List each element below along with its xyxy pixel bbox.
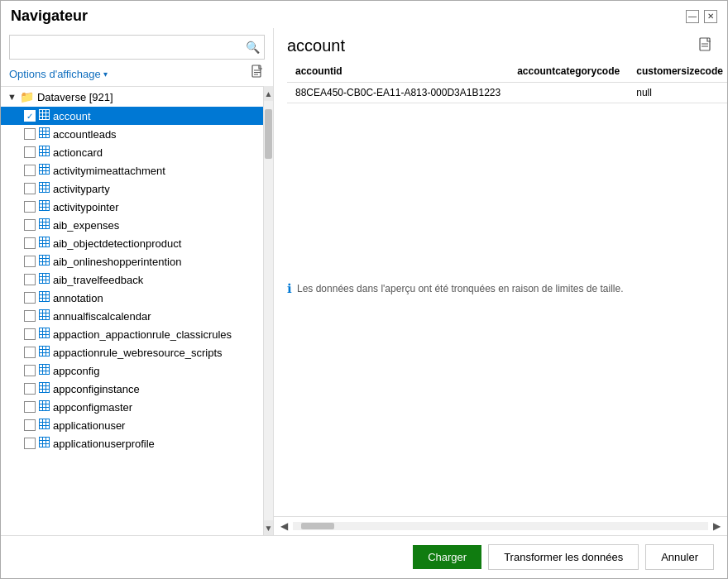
tree-item[interactable]: appconfig [1, 361, 263, 380]
tree-item[interactable]: aib_onlineshopperintention [1, 252, 263, 270]
tree-item-label: appconfig [53, 365, 99, 377]
options-label: Options d'affichage [9, 68, 101, 80]
tree-item[interactable]: annotation [1, 289, 263, 307]
svg-rect-34 [40, 219, 50, 229]
table-icon [39, 273, 50, 286]
search-input[interactable] [10, 38, 241, 57]
tree-item[interactable]: activityparty [1, 179, 263, 198]
tree-item-label: appactionrule_webresource_scripts [53, 347, 223, 359]
svg-rect-49 [40, 274, 50, 284]
tree-item[interactable]: annualfiscalcalendar [1, 307, 263, 325]
load-button[interactable]: Charger [413, 545, 481, 569]
title-bar: Navigateur — ✕ [1, 1, 727, 28]
search-bar: 🔍 [9, 35, 265, 60]
tree-item[interactable]: activitypointer [1, 198, 263, 216]
svg-rect-44 [40, 256, 50, 266]
options-link[interactable]: Options d'affichage ▾ [9, 68, 108, 80]
svg-rect-19 [40, 165, 50, 175]
tree-item[interactable]: activitymimeattachment [1, 161, 263, 179]
window-title: Navigateur [11, 7, 88, 25]
tree-item-checkbox[interactable] [24, 128, 36, 140]
tree-item-checkbox[interactable] [24, 256, 36, 267]
table-icon [39, 400, 50, 414]
tree-item-checkbox[interactable] [24, 237, 36, 249]
export-icon-button[interactable] [251, 65, 265, 83]
main-content: 🔍 Options d'affichage ▾ [1, 28, 727, 535]
tree-item-label: activityparty [53, 183, 110, 195]
tree-item-label: activitymimeattachment [53, 165, 165, 177]
tree-item[interactable]: aib_travelfeedback [1, 270, 263, 289]
tree-item-label: annualfiscalcalendar [53, 310, 151, 323]
svg-rect-59 [40, 310, 50, 320]
tree-item[interactable]: applicationuser [1, 416, 263, 434]
svg-rect-89 [40, 419, 50, 429]
table-cell [509, 83, 628, 103]
tree-items: ✓ account accountleads actioncard activi… [1, 107, 263, 452]
scroll-right-button[interactable]: ▶ [710, 519, 724, 534]
tree-item-checkbox[interactable]: ✓ [24, 110, 36, 122]
scroll-thumb[interactable] [265, 109, 272, 159]
tree-item[interactable]: appconfiginstance [1, 380, 263, 398]
tree-item-checkbox[interactable] [24, 201, 36, 213]
horizontal-scrollbar[interactable]: ◀ ▶ [274, 516, 727, 535]
table-icon [39, 255, 50, 268]
tree-item-label: appconfigmaster [53, 401, 132, 414]
search-icon-button[interactable]: 🔍 [241, 36, 264, 59]
vertical-scrollbar[interactable]: ▲ ▼ [263, 86, 273, 535]
tree-item-checkbox[interactable] [24, 146, 36, 158]
tree-item[interactable]: appactionrule_webresource_scripts [1, 343, 263, 361]
tree-item-checkbox[interactable] [24, 383, 36, 395]
tree-item-checkbox[interactable] [24, 401, 36, 413]
tree-item[interactable]: aib_objectdetectionproduct [1, 234, 263, 252]
tree-item[interactable]: applicationuserprofile [1, 434, 263, 452]
footer: Charger Transformer les données Annuler [1, 535, 727, 578]
tree-root[interactable]: ▼ 📁 Dataverse [921] [1, 87, 263, 107]
close-button[interactable]: ✕ [704, 10, 717, 23]
tree-item-checkbox[interactable] [24, 183, 36, 194]
tree-item[interactable]: actioncard [1, 143, 263, 161]
data-table: accountid accountcategorycode customersi… [287, 60, 727, 103]
minimize-button[interactable]: — [686, 10, 699, 23]
table-icon [39, 364, 50, 377]
table-icon [39, 328, 50, 341]
tree-item-checkbox[interactable] [24, 165, 36, 176]
tree-item[interactable]: accountleads [1, 125, 263, 143]
scroll-up-button[interactable]: ▲ [264, 86, 273, 101]
options-row: Options d'affichage ▾ [1, 63, 273, 86]
tree-item-label: aib_objectdetectionproduct [53, 237, 181, 250]
tree-item-checkbox[interactable] [24, 219, 36, 231]
tree-item-checkbox[interactable] [24, 365, 36, 376]
export-icon [251, 68, 265, 82]
window-controls: — ✕ [686, 10, 717, 23]
navigator-window: Navigateur — ✕ 🔍 Options d'affichage ▾ [0, 0, 728, 579]
scroll-left-button[interactable]: ◀ [277, 519, 291, 534]
tree-section: ▼ 📁 Dataverse [921] ✓ account accountlea… [1, 86, 263, 535]
table-icon [39, 218, 50, 232]
column-header-accountcategorycode: accountcategorycode [509, 60, 628, 83]
left-panel: 🔍 Options d'affichage ▾ [1, 28, 274, 535]
tree-item-checkbox[interactable] [24, 419, 36, 431]
table-icon [39, 127, 50, 141]
svg-rect-24 [40, 183, 50, 193]
tree-item-label: applicationuserprofile [53, 438, 155, 450]
tree-item-checkbox[interactable] [24, 292, 36, 304]
tree-item-checkbox[interactable] [24, 274, 36, 285]
tree-item[interactable]: aib_expenses [1, 216, 263, 234]
scroll-down-button[interactable]: ▼ [264, 520, 273, 535]
table-cell: 88CEA450-CB0C-EA11-A813-000D3A1B1223 [287, 83, 509, 103]
tree-item[interactable]: ✓ account [1, 107, 263, 125]
svg-rect-69 [40, 347, 50, 356]
h-scroll-thumb[interactable] [301, 523, 334, 529]
table-icon [39, 419, 50, 432]
cancel-button[interactable]: Annuler [645, 544, 714, 570]
tree-item-checkbox[interactable] [24, 310, 36, 322]
tree-item-label: account [53, 110, 91, 122]
tree-item-checkbox[interactable] [24, 438, 36, 449]
table-icon [39, 200, 50, 213]
tree-item[interactable]: appconfigmaster [1, 398, 263, 416]
transform-button[interactable]: Transformer les données [488, 544, 639, 570]
tree-item[interactable]: appaction_appactionrule_classicrules [1, 325, 263, 343]
tree-item-checkbox[interactable] [24, 328, 36, 340]
tree-item-checkbox[interactable] [24, 347, 36, 358]
preview-export-button[interactable] [699, 37, 714, 55]
